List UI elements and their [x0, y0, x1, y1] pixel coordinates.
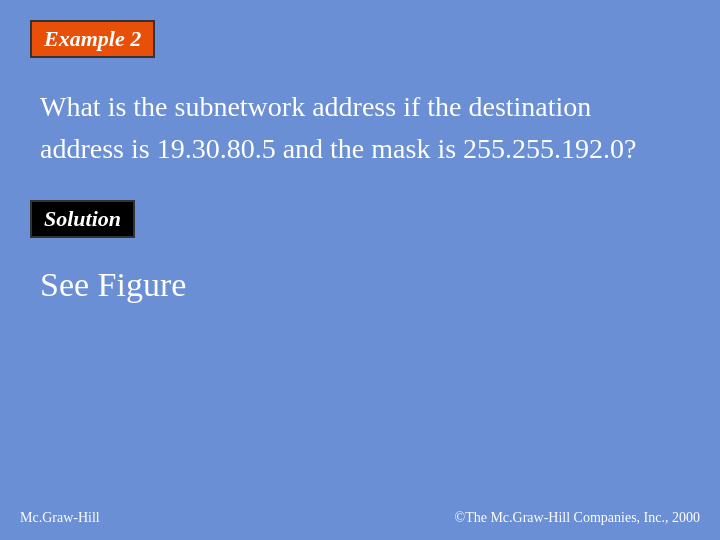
example-badge-label: Example 2	[44, 26, 141, 51]
footer-left: Mc.Graw-Hill	[20, 510, 100, 526]
example-badge: Example 2	[30, 20, 155, 58]
question-text: What is the subnetwork address if the de…	[30, 86, 690, 170]
see-figure-text: See Figure	[30, 266, 690, 304]
solution-badge-label: Solution	[44, 206, 121, 231]
see-figure-label: See Figure	[40, 266, 186, 303]
slide-container: Example 2 What is the subnetwork address…	[0, 0, 720, 540]
solution-badge: Solution	[30, 200, 135, 238]
question-content: What is the subnetwork address if the de…	[40, 91, 637, 164]
footer-right: ©The Mc.Graw-Hill Companies, Inc., 2000	[455, 510, 700, 526]
footer: Mc.Graw-Hill ©The Mc.Graw-Hill Companies…	[20, 510, 700, 526]
